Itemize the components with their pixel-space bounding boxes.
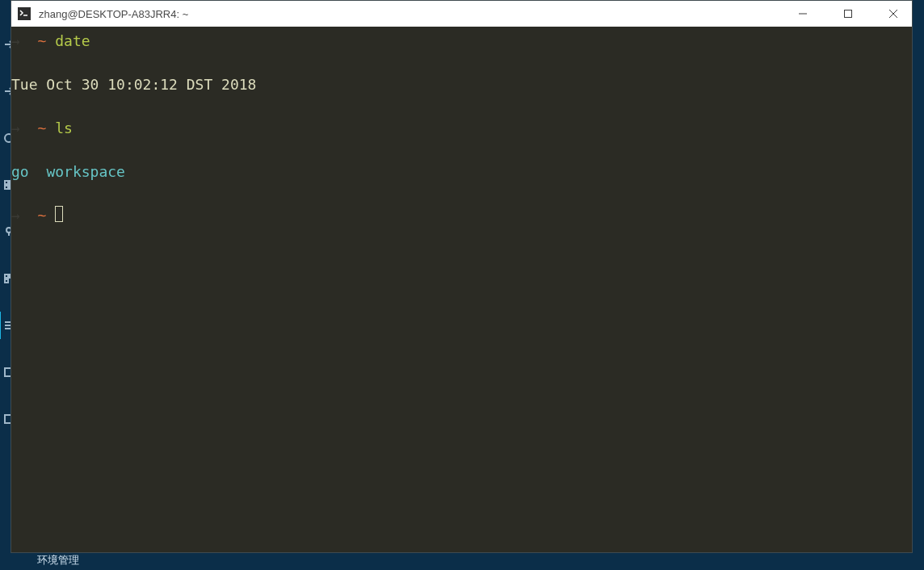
window-titlebar[interactable]: zhang@DESKTOP-A83JRR4: ~ [11, 1, 912, 27]
minimize-button[interactable] [784, 1, 821, 27]
terminal-line: → ~ ls [11, 117, 912, 139]
svg-rect-11 [18, 7, 31, 20]
prompt-arrow-icon: → [11, 207, 38, 224]
bottom-bar-label: 环境管理 [37, 553, 79, 568]
prompt-path: ~ [38, 32, 47, 49]
bottom-bar: 环境管理 [0, 551, 210, 570]
directory-name: workspace [46, 163, 125, 180]
directory-name: go [11, 163, 29, 180]
terminal-output: Tue Oct 30 10:02:12 DST 2018 [11, 73, 912, 95]
prompt-arrow-icon: → [11, 32, 38, 49]
prompt-path: ~ [38, 207, 47, 224]
terminal-line: → ~ date [11, 30, 912, 52]
window-title: zhang@DESKTOP-A83JRR4: ~ [39, 8, 188, 20]
svg-rect-3 [5, 186, 8, 189]
command-text: date [55, 32, 90, 49]
terminal-output: go workspace [11, 161, 912, 182]
maximize-button[interactable] [830, 1, 867, 27]
prompt-arrow-icon: → [11, 119, 38, 136]
terminal-body[interactable]: → ~ date Tue Oct 30 10:02:12 DST 2018 → … [11, 27, 912, 552]
prompt-path: ~ [38, 119, 47, 136]
terminal-cursor [55, 206, 63, 222]
svg-rect-12 [845, 10, 852, 18]
terminal-app-icon [18, 7, 31, 20]
command-text: ls [55, 119, 73, 136]
svg-rect-8 [5, 279, 8, 283]
terminal-line: → ~ [11, 204, 912, 226]
terminal-window: zhang@DESKTOP-A83JRR4: ~ → ~ date Tue Oc… [10, 0, 913, 553]
close-button[interactable] [875, 1, 912, 27]
svg-rect-6 [5, 275, 8, 278]
svg-rect-1 [5, 181, 8, 184]
